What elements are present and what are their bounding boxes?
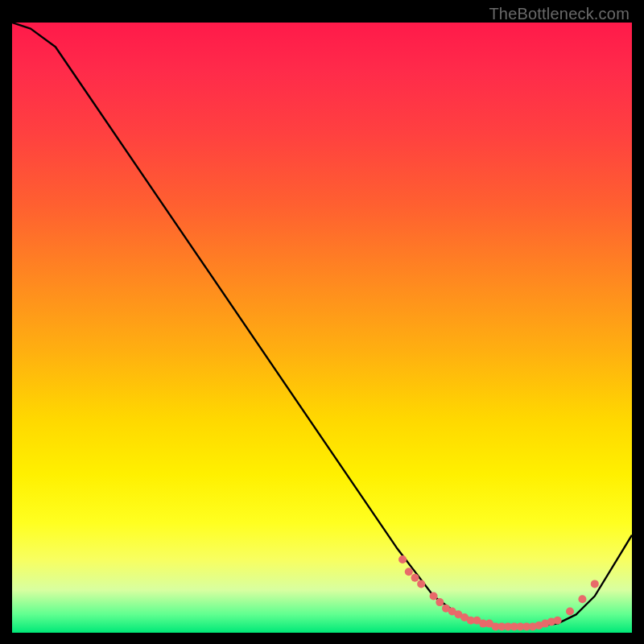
highlight-markers <box>398 555 599 630</box>
chart-svg <box>12 23 632 633</box>
highlight-dot <box>436 598 444 606</box>
highlight-dot <box>430 592 438 601</box>
highlight-dot <box>417 580 425 588</box>
highlight-dot <box>411 574 419 582</box>
highlight-dot <box>554 617 562 625</box>
highlight-dot <box>578 595 586 603</box>
chart-plot-area <box>12 23 632 633</box>
highlight-dot <box>591 580 599 588</box>
watermark-text: TheBottleneck.com <box>489 5 630 23</box>
highlight-dot <box>405 568 413 576</box>
highlight-dot <box>398 555 407 564</box>
bottleneck-curve-line <box>12 23 632 626</box>
highlight-dot <box>566 608 574 616</box>
